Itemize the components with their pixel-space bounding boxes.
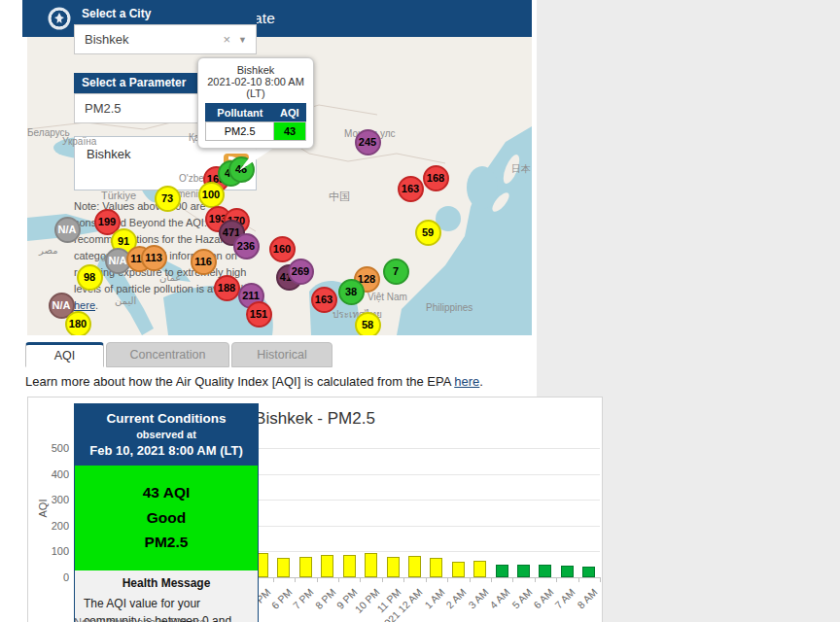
tooltip-col-aqi: AQI xyxy=(274,104,306,122)
city-clear-icon[interactable]: × xyxy=(223,25,230,53)
observed-datetime: Feb 10, 2021 8:00 AM (LT) xyxy=(79,443,254,458)
chart-x-tickmark xyxy=(403,577,404,582)
chart-x-tickmark xyxy=(578,577,579,582)
chart-bar[interactable] xyxy=(430,558,442,577)
map-place-label: عمان xyxy=(159,272,181,283)
aqi-marker[interactable]: 245 xyxy=(355,129,381,156)
aqi-marker[interactable]: 160 xyxy=(269,236,296,262)
chart-x-tickmark xyxy=(295,577,296,582)
chart-y-tick-label: 500 xyxy=(38,442,69,454)
note-link[interactable]: here xyxy=(74,299,95,311)
chart-bar[interactable] xyxy=(582,567,595,577)
aqi-marker[interactable]: 116 xyxy=(191,249,217,275)
chart-bar[interactable] xyxy=(408,556,421,577)
chart-bar[interactable] xyxy=(277,558,290,577)
aqi-value: 43 AQI xyxy=(79,480,254,505)
map-tooltip: Bishkek 2021-02-10 8:00 AM (LT) Pollutan… xyxy=(197,57,314,149)
chart-y-tick-label: 300 xyxy=(38,494,69,505)
aqi-marker[interactable]: 100 xyxy=(198,182,225,208)
chart-bar[interactable] xyxy=(539,565,551,577)
aqi-marker[interactable]: 168 xyxy=(423,165,449,191)
map-place-label: 日本 xyxy=(511,162,531,176)
map-place-label: 中国 xyxy=(329,190,350,204)
aqi-marker[interactable]: 236 xyxy=(233,233,260,259)
chart-bar[interactable] xyxy=(387,557,400,577)
chart-bar[interactable] xyxy=(365,553,377,577)
tooltip-aqi-value: 43 xyxy=(274,122,306,141)
map-place-label: Türkiye xyxy=(101,190,136,201)
tab-historical[interactable]: Historical xyxy=(231,342,332,367)
current-conditions-box: Current Conditions observed at Feb 10, 2… xyxy=(74,403,259,622)
chart-bar[interactable] xyxy=(517,565,530,577)
aqi-marker[interactable]: 59 xyxy=(415,220,441,246)
chart-bar[interactable] xyxy=(473,561,486,577)
aqi-marker[interactable]: 58 xyxy=(355,312,381,336)
chart-x-tickmark xyxy=(273,577,274,582)
tab-aqi[interactable]: AQI xyxy=(25,342,104,367)
aqi-marker[interactable]: 151 xyxy=(246,301,272,328)
aqi-marker[interactable]: 73 xyxy=(155,186,181,212)
feed-city-title: Bishkek xyxy=(87,147,131,161)
chart-x-tickmark xyxy=(338,577,339,582)
city-caret-icon[interactable]: ▼ xyxy=(238,26,247,54)
chart-bar[interactable] xyxy=(496,565,508,577)
chart-bar[interactable] xyxy=(343,555,356,577)
clipped-note-text: Note: Values above 500 are considered Be… xyxy=(74,616,261,622)
chart-x-tickmark xyxy=(447,577,448,582)
chart-bar[interactable] xyxy=(561,566,574,577)
aqi-pollutant: PM2.5 xyxy=(79,530,254,555)
aqi-value-panel: 43 AQI Good PM2.5 xyxy=(75,466,258,570)
chart-x-tickmark xyxy=(470,577,471,582)
aqi-marker[interactable]: 38 xyxy=(338,279,365,305)
current-conditions-title: Current Conditions xyxy=(79,411,254,426)
chart-y-tick-label: 100 xyxy=(38,545,69,557)
tooltip-table: Pollutant AQI PM2.5 43 xyxy=(205,103,306,141)
city-select[interactable]: Bishkek × ▼ xyxy=(74,24,257,54)
parameter-select-value: PM2.5 xyxy=(85,101,122,116)
tooltip-pollutant-value: PM2.5 xyxy=(206,122,274,141)
page: AirNow Department of State xyxy=(0,0,840,622)
chart-x-tickmark xyxy=(600,577,601,582)
tooltip-lt: (LT) xyxy=(203,87,308,99)
chart-bar[interactable] xyxy=(299,557,312,577)
aqi-marker[interactable]: 113 xyxy=(141,245,167,271)
city-select-value: Bishkek xyxy=(85,32,129,47)
chart-x-tickmark xyxy=(512,577,513,582)
chart-y-tick-label: 200 xyxy=(38,520,69,532)
map-place-label: مصر xyxy=(39,245,58,256)
tooltip-city: Bishkek xyxy=(203,64,308,76)
chart-x-tickmark xyxy=(317,577,318,582)
chart-bar[interactable] xyxy=(452,562,465,577)
aqi-marker[interactable]: 269 xyxy=(288,259,314,285)
dept-of-state-seal-icon xyxy=(48,7,71,30)
map-place-label: Україна xyxy=(62,136,96,147)
learn-more-period: . xyxy=(479,374,483,389)
select-city-header: Select a City xyxy=(74,4,257,24)
aqi-marker[interactable]: 163 xyxy=(311,287,337,313)
health-message-panel: Health Message The AQI value for your co… xyxy=(75,570,258,622)
tooltip-col-pollutant: Pollutant xyxy=(206,104,274,122)
chart-x-tickmark xyxy=(535,577,536,582)
map-place-label: اليمن xyxy=(115,295,136,306)
map-place-label: Philippines xyxy=(426,302,472,313)
aqi-marker[interactable]: N/A xyxy=(54,217,81,243)
aqi-marker[interactable]: 98 xyxy=(77,264,103,291)
tab-concentration[interactable]: Concentration xyxy=(106,342,229,367)
aqi-marker[interactable]: 188 xyxy=(214,275,240,301)
aqi-marker[interactable]: 180 xyxy=(65,311,91,336)
chart-x-tickmark xyxy=(556,577,557,582)
observed-at-label: observed at xyxy=(79,429,254,440)
learn-more-text: Learn more about how the Air Quality Ind… xyxy=(25,374,454,389)
chart-x-tickmark xyxy=(426,577,427,582)
map-place-label: Việt Nam xyxy=(368,292,407,302)
health-message-title: Health Message xyxy=(84,576,249,590)
learn-more-line: Learn more about how the Air Quality Ind… xyxy=(25,374,483,389)
chart-bar[interactable] xyxy=(321,555,333,577)
note-period: . xyxy=(95,299,98,311)
map-tabs: AQI Concentration Historical xyxy=(25,342,332,367)
aqi-marker[interactable]: 7 xyxy=(383,259,409,285)
learn-more-link[interactable]: here xyxy=(454,374,479,389)
aqi-category: Good xyxy=(79,505,254,531)
aqi-marker[interactable]: 163 xyxy=(398,176,424,202)
chart-x-tickmark xyxy=(360,577,361,582)
